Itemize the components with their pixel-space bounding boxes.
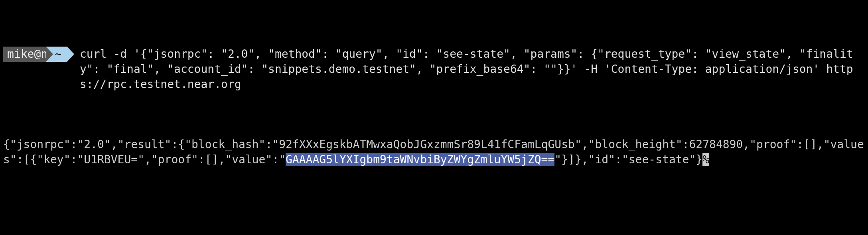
prompt: mike@n ~ [3,47,74,62]
terminal[interactable]: mike@n ~ curl -d '{"jsonrpc": "2.0", "me… [0,0,868,235]
command-text: curl -d '{"jsonrpc": "2.0", "method": "q… [80,47,865,92]
response-post: "}]},"id":"see-state"} [554,153,702,166]
command-output-1: {"jsonrpc":"2.0","result":{"block_hash":… [3,137,865,167]
command-block-1: mike@n ~ curl -d '{"jsonrpc": "2.0", "me… [3,47,865,92]
blank-line [3,212,865,227]
chevron-right-icon [67,47,74,62]
prompt-path: ~ [46,47,67,62]
response-highlight: GAAAAG5lYXIgbm9taWNvbiByZWYgZmluYW5jZQ== [286,153,554,166]
eol-marker-icon: % [702,153,709,166]
